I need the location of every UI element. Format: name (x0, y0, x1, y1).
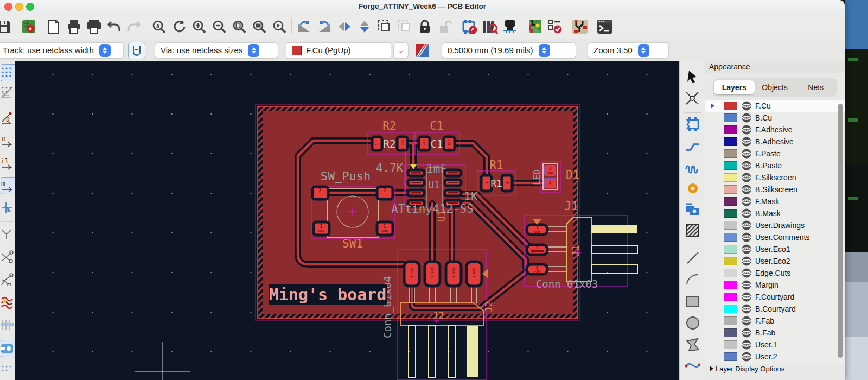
zoom-fit-page-button[interactable] (229, 16, 249, 37)
zoom-level-select[interactable]: Zoom 3.50 (588, 42, 669, 59)
visibility-eye-icon[interactable] (741, 268, 752, 279)
board-name-text[interactable]: Ming's board (269, 284, 387, 305)
layer-color-swatch[interactable] (724, 352, 737, 361)
visibility-eye-icon[interactable] (741, 208, 752, 219)
add-filled-zone-tool[interactable] (684, 200, 701, 218)
layer-row[interactable]: F.Cu (705, 100, 845, 112)
layer-color-swatch[interactable] (724, 269, 737, 277)
draw-circle-tool[interactable] (684, 314, 701, 332)
polar-coordinates-tool[interactable]: θ (1, 110, 14, 126)
route-tracks-tool[interactable] (684, 137, 701, 155)
design-rules-check-button[interactable] (545, 16, 565, 37)
curved-ratsnest-tool[interactable] (1, 271, 14, 288)
ratsnest-visibility-tool[interactable] (1, 249, 14, 265)
flip-vertical-button[interactable] (354, 16, 374, 37)
draw-arc-tool[interactable] (684, 271, 701, 288)
grid-dots-tool[interactable] (1, 64, 15, 81)
update-pcb-from-schematic-button[interactable] (525, 16, 545, 37)
layer-select-dropdown-button[interactable]: ⌄ (393, 42, 409, 59)
visibility-eye-icon[interactable] (741, 184, 752, 195)
draw-polygon-tool[interactable] (684, 336, 701, 353)
units-mils-tool[interactable]: il (1, 155, 14, 172)
layer-color-swatch[interactable] (724, 197, 737, 206)
plot-button[interactable] (84, 16, 104, 37)
redo-button[interactable] (124, 16, 144, 37)
visibility-eye-icon[interactable] (741, 232, 752, 243)
layer-color-swatch[interactable] (724, 305, 737, 313)
visibility-eye-icon[interactable] (741, 112, 752, 124)
select-tool[interactable] (684, 68, 701, 85)
layer-row[interactable]: F.Courtyard (705, 291, 845, 303)
grid-size-stepper[interactable] (539, 44, 550, 57)
track-width-select[interactable]: Track: use netclass width (0, 42, 124, 59)
layer-row[interactable]: B.Fab (705, 327, 845, 339)
zoom-in-button[interactable] (189, 16, 209, 37)
visibility-eye-icon[interactable] (741, 339, 752, 351)
visibility-eye-icon[interactable] (741, 315, 752, 327)
find-button[interactable]: A (149, 16, 169, 37)
layer-color-swatch[interactable] (724, 233, 737, 242)
tab-layers[interactable]: Layers (714, 80, 755, 94)
layers-scrollbar[interactable] (838, 104, 843, 358)
visibility-eye-icon[interactable] (741, 124, 752, 136)
titlebar[interactable]: Forge_ATTINY_Week6 — PCB Editor (0, 0, 845, 14)
draw-bezier-tool[interactable] (684, 359, 701, 376)
visibility-eye-icon[interactable] (741, 280, 752, 291)
units-inches-tool[interactable]: n (1, 132, 14, 149)
visibility-eye-icon[interactable] (741, 136, 752, 148)
tab-objects[interactable]: Objects (755, 80, 795, 94)
library-browser-button[interactable] (480, 16, 500, 37)
layer-select[interactable]: F.Cu (PgUp) (286, 42, 391, 59)
layer-row[interactable]: B.Adhesive (705, 136, 845, 148)
layer-row[interactable]: F.Mask (705, 195, 845, 207)
layer-color-swatch[interactable] (724, 281, 737, 289)
layer-row[interactable]: User.1 (705, 339, 845, 351)
refresh-view-button[interactable] (169, 16, 189, 37)
tab-nets[interactable]: Nets (795, 80, 836, 94)
highlight-nets-mode-tool[interactable] (1, 294, 14, 311)
layer-row[interactable]: User.Drawings (705, 219, 845, 231)
add-footprint-tool[interactable] (684, 116, 701, 133)
via-size-stepper[interactable] (248, 44, 259, 57)
visibility-eye-icon[interactable] (741, 327, 752, 339)
zoom-level-stepper[interactable] (638, 44, 649, 57)
group-items-button[interactable] (374, 16, 394, 37)
highlight-net-tool[interactable] (684, 90, 701, 107)
ratsnest-local-tool[interactable] (1, 226, 14, 242)
layer-color-swatch[interactable] (724, 185, 737, 194)
layer-color-swatch[interactable] (724, 293, 737, 301)
visibility-eye-icon[interactable] (741, 256, 752, 267)
crosshair-cursor-tool[interactable] (1, 200, 14, 216)
layer-row[interactable]: B.Silkscreen (705, 183, 845, 195)
layer-color-swatch[interactable] (724, 173, 737, 182)
draw-rectangle-tool[interactable] (684, 293, 701, 310)
visibility-eye-icon[interactable] (741, 220, 752, 231)
add-via-tool[interactable] (684, 180, 701, 197)
visibility-eye-icon[interactable] (741, 351, 752, 363)
layer-color-swatch[interactable] (724, 209, 737, 218)
unlock-button[interactable] (435, 16, 455, 37)
visibility-eye-icon[interactable] (741, 244, 752, 255)
show-tracks-sketch-tool[interactable] (1, 317, 14, 333)
zoom-to-selection-button[interactable] (269, 16, 289, 37)
layer-row[interactable]: F.Fab (705, 315, 845, 327)
visibility-eye-icon[interactable] (741, 172, 752, 183)
pcb-canvas[interactable]: 1 2 +5V R2 R2 4.7K 1 +5V 2 GND C1 C1 1mF (15, 61, 679, 380)
layer-row[interactable]: F.Silkscreen (705, 172, 845, 183)
layer-color-swatch[interactable] (724, 340, 737, 349)
scripting-console-button[interactable] (595, 16, 615, 37)
zoom-fit-objects-button[interactable] (249, 16, 269, 37)
grid-overlay-tool[interactable] (1, 84, 14, 100)
save-button[interactable] (0, 16, 14, 37)
layer-row[interactable]: User.Eco2 (705, 255, 845, 267)
rotate-cw-button[interactable] (314, 16, 334, 37)
visibility-eye-icon[interactable] (741, 160, 752, 172)
layer-color-swatch[interactable] (724, 102, 737, 110)
draw-line-tool[interactable] (684, 249, 701, 267)
layer-row[interactable]: User.Eco1 (705, 243, 845, 255)
grid-size-select[interactable]: 0.5000 mm (19.69 mils) (442, 42, 576, 59)
layer-color-swatch[interactable] (724, 149, 737, 158)
board-setup-button[interactable] (18, 16, 39, 37)
layer-row[interactable]: F.Paste (705, 148, 845, 160)
layer-color-swatch[interactable] (724, 113, 737, 122)
